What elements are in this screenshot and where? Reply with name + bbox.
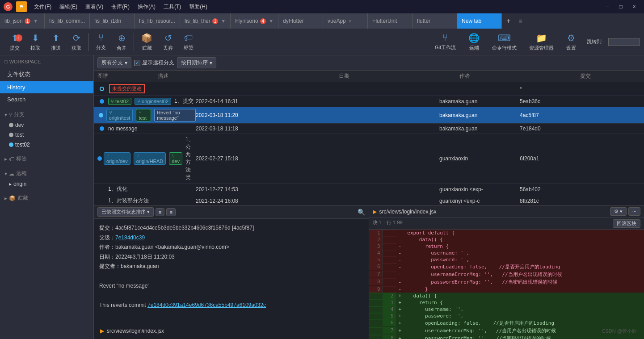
merge-button[interactable]: ⊕ 合并 [111, 31, 132, 53]
commit-badge: 1 [15, 34, 22, 42]
chevron-right-icon: ▸ [4, 156, 7, 162]
sidebar-item-file-status[interactable]: 文件状态 [0, 68, 93, 81]
sidebar: □ WORKSPACE 文件状态 History Search ▾ ⑂ 分支 d… [0, 55, 94, 339]
sidebar-item-search[interactable]: Search [0, 93, 93, 105]
tab-close-icon[interactable]: ▼ [269, 18, 274, 24]
pull-button[interactable]: ⬇ 拉取 [25, 31, 46, 53]
remote-button[interactable]: 🌐 远端 [463, 31, 485, 53]
tab-fis-lib-comm[interactable]: fis_lib_comm... [45, 13, 90, 29]
git-flow-button[interactable]: ⑂ Git工作流 [429, 31, 461, 53]
terminal-button[interactable]: ⌨ 命令行模式 [487, 31, 522, 53]
commit-row-7e184d0[interactable]: no message 2022-03-18 11:18 bakamaka.gua… [94, 124, 644, 134]
tab-label: Flyinsono [235, 18, 258, 24]
toolbar: ⬆ 提交 1 ⬇ 拉取 ⬆ 推送 ⟳ 获取 ⑂ 分支 ⊕ 合并 📦 贮藏 ↺ 丢… [0, 29, 644, 55]
maximize-button[interactable]: □ [615, 2, 627, 11]
show-remote-checkbox[interactable]: 显示远程分支 [134, 59, 174, 67]
commit-detail-content: 提交：4ac5f871ce4d4ce5b3de5be332b4606c3f158… [94, 219, 369, 323]
commit-row-uncommitted[interactable]: 未提交的更改 * [94, 82, 644, 96]
merge-icon: ⊕ [118, 33, 126, 43]
sidebar-remote-header[interactable]: ▾ ☁ 远程 [0, 168, 93, 179]
commit-revert-text: This reverts commit 7e184d0c391a14e69d67… [99, 301, 363, 310]
settings-button[interactable]: ⚙ 设置 [561, 31, 581, 53]
menu-view[interactable]: 查看(V) [82, 2, 107, 12]
stash-button[interactable]: 📦 贮藏 [136, 31, 158, 53]
diff-actions: ⚙ ▾ ··· [610, 207, 640, 216]
diff-more-button[interactable]: ··· [628, 207, 640, 216]
discard-button[interactable]: ↺ 丢弃 [158, 31, 178, 53]
close-button[interactable]: × [628, 2, 640, 11]
menu-edit[interactable]: 编辑(E) [56, 2, 81, 12]
fetch-button[interactable]: ⟳ 获取 [66, 31, 87, 53]
watermark: CSDN @管小欣 [602, 328, 637, 335]
tab-lib-json[interactable]: lib_json 1 ▼ [0, 13, 45, 29]
commit-button[interactable]: ⬆ 提交 [4, 31, 25, 53]
tag-button[interactable]: 🏷 标签 [178, 31, 199, 53]
explorer-button[interactable]: 📁 资源管理器 [524, 31, 559, 53]
branch-button[interactable]: ⑂ 分支 [91, 31, 111, 53]
view-mode-button[interactable]: ≡ [166, 208, 175, 216]
tab-flutterunit[interactable]: FlutterUnit [368, 13, 412, 29]
push-label: 推送 [51, 45, 61, 51]
diff-settings-button[interactable]: ⚙ ▾ [610, 207, 627, 216]
view-toggle-button[interactable]: ≡ [156, 208, 164, 216]
diff-content: 1 export default { 2 - data() { 3 - retu… [369, 230, 644, 339]
tab-flyinsono[interactable]: Flyinsono 4 ▼ [231, 13, 278, 29]
branch-dot-test [9, 133, 13, 137]
commit-revert-hash-link[interactable]: 7e184d0c391a14e69d6736ca55b497a6109a032c [147, 302, 266, 308]
file-item-login[interactable]: ▶ src/views/login/index.jsx [97, 326, 365, 335]
sidebar-section-stash: ▸ 📦 贮藏 [0, 193, 93, 204]
sort-select[interactable]: 按日期排序 ▾ [177, 57, 216, 68]
tab-close-icon[interactable]: × [349, 18, 351, 24]
tab-add-button[interactable]: + [502, 17, 515, 25]
diff-line: 4 + username: '', [369, 306, 644, 313]
tab-fis-lib-i18n[interactable]: fis_lib_i18n [90, 13, 135, 29]
col-graph: 图谱 [97, 72, 158, 80]
menu-help[interactable]: 帮助(H) [185, 2, 211, 12]
tab-flutter[interactable]: flutter [412, 13, 457, 29]
chevron-down-icon: ▾ [4, 112, 7, 118]
minimize-button[interactable]: ─ [601, 2, 614, 11]
all-branches-select[interactable]: 所有分支 ▾ [97, 57, 131, 68]
commit-row-5eab36c[interactable]: ⑂ test02 ⑂ origin/test02 1、提交 2022-04-14… [94, 96, 644, 107]
graph-dot [97, 156, 102, 161]
commit-row-6f200a1[interactable]: ⑂ origin/dev ⑂ origin/HEAD ⑂ dev 1、公共方法类… [94, 134, 644, 184]
commit-row-56ab402[interactable]: 1、优化 2021-12-27 14:53 guanxiaoxin <exp- … [94, 184, 644, 195]
workspace-label: □ WORKSPACE [0, 55, 93, 68]
tab-fis-lib-resour[interactable]: fis_lib_resour... [135, 13, 180, 29]
commit-row-8fb281c[interactable]: 1、封装部分方法 2021-12-24 16:08 guanxinyi <exp… [94, 195, 644, 205]
branch-icon: ⑂ [98, 33, 104, 43]
revert-block-button[interactable]: 回滚区块 [613, 219, 640, 228]
sidebar-stash-header[interactable]: ▸ 📦 贮藏 [0, 193, 93, 204]
tab-badge: 4 [260, 18, 266, 24]
commit-parent-link[interactable]: 7e184d0c39 [115, 234, 145, 241]
menu-file[interactable]: 文件(F) [30, 2, 55, 12]
diff-line: 3 + return { [369, 299, 644, 306]
menu-tools[interactable]: 工具(T) [160, 2, 185, 12]
menu-action[interactable]: 操作(A) [134, 2, 159, 12]
sidebar-branch-dev[interactable]: dev [0, 120, 93, 130]
commit-list-area: 图谱 描述 日期 作者 提交 未提交的更改 [94, 71, 644, 205]
discard-label: 丢弃 [163, 45, 173, 51]
sidebar-remote-origin[interactable]: ▸ origin [0, 179, 93, 189]
sidebar-branch-test[interactable]: test [0, 130, 93, 140]
tab-new-tab[interactable]: New tab [457, 13, 502, 29]
tab-fis-lib-ther[interactable]: fis_lib_ther 1 ▼ [180, 13, 231, 29]
tab-dyflutter[interactable]: dyFlutter [278, 13, 323, 29]
titlebar: G ⚑ 文件(F) 编辑(E) 查看(V) 仓库(R) 操作(A) 工具(T) … [0, 0, 644, 13]
sidebar-tags-header[interactable]: ▸ 🏷 标签 [0, 153, 93, 164]
push-button[interactable]: ⬆ 推送 [46, 31, 66, 53]
menu-repo[interactable]: 仓库(R) [108, 2, 133, 12]
sort-by-file-button[interactable]: 已依照文件状态排序 ▾ [97, 207, 154, 217]
sidebar-branch-test02[interactable]: test02 [0, 140, 93, 150]
chevron-down-icon: ▾ [210, 60, 212, 66]
tab-menu-button[interactable]: ≡ [515, 17, 526, 25]
tab-vueapp[interactable]: vueApp × [323, 13, 368, 29]
tab-close-icon[interactable]: ▼ [33, 18, 38, 24]
diff-line: 2 - data() { [369, 236, 644, 243]
sidebar-branches-header[interactable]: ▾ ⑂ 分支 [0, 109, 93, 120]
goto-input[interactable] [608, 38, 640, 46]
tab-close-icon[interactable]: ▼ [221, 18, 226, 24]
commit-row-4ac5f87[interactable]: ⑂ origin/test ⑂ test Revert "no message"… [94, 107, 644, 124]
search-icon[interactable]: 🔍 [358, 209, 365, 216]
sidebar-item-history[interactable]: History [0, 81, 93, 93]
